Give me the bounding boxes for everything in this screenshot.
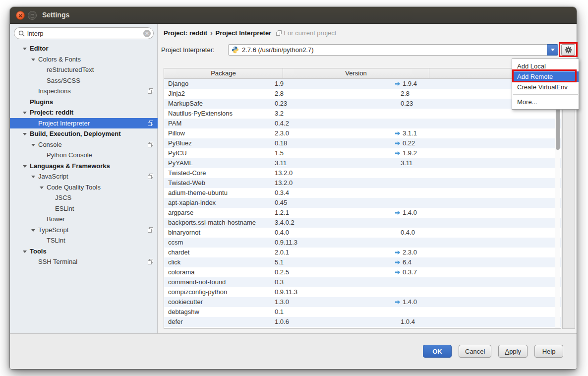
cell-latest: 0.3.7 (395, 267, 417, 277)
cell-latest: 3.1.1 (395, 128, 417, 138)
sidebar-item-build-execution-deployment[interactable]: Build, Execution, Deployment (10, 128, 158, 139)
sidebar-item-python-console[interactable]: Python Console (10, 150, 158, 161)
search-box[interactable]: ✕ (14, 27, 154, 39)
upgrade-arrow-icon (395, 260, 401, 265)
sidebar-item-project-reddit[interactable]: Project: reddit (10, 107, 158, 118)
cell-package: defer (168, 317, 183, 327)
cell-version: 2.0.1 (275, 248, 289, 257)
package-row-pyicu[interactable]: PyICU1.51.9.2 (164, 148, 561, 158)
sidebar-item-sass-scss[interactable]: Sass/SCSS (10, 75, 158, 86)
package-row-nautilus-pyextensions[interactable]: Nautilus-PyExtensions3.2 (164, 109, 561, 119)
sidebar-item-plugins[interactable]: Plugins (10, 97, 158, 108)
cell-version: 0.4.2 (275, 119, 289, 128)
cell-version: 3.4.0.2 (275, 218, 294, 228)
package-row-colorama[interactable]: colorama0.2.50.3.7 (164, 267, 561, 277)
cell-package: cookiecutter (168, 297, 203, 307)
cell-latest: 13.08 (395, 327, 417, 329)
package-row-argparse[interactable]: argparse1.2.11.4.0 (164, 208, 561, 218)
sidebar-item-restructuredtext[interactable]: reStructuredText (10, 64, 158, 75)
sidebar-item-code-quality-tools[interactable]: Code Quality Tools (10, 182, 158, 193)
sidebar-item-languages-frameworks[interactable]: Languages & Frameworks (10, 161, 158, 172)
sidebar-item-console[interactable]: Console (10, 139, 158, 150)
apply-button[interactable]: Apply (498, 345, 528, 358)
breadcrumb-separator: › (210, 29, 212, 37)
package-row-apt-xapian-index[interactable]: apt-xapian-index0.45 (164, 198, 561, 208)
settings-window: × Settings ✕ EditorColors & FontsreStruc… (10, 7, 577, 369)
sidebar-item-bower[interactable]: Bower (10, 214, 158, 225)
maximize-button[interactable] (28, 11, 37, 20)
upgrade-arrow-icon (395, 151, 401, 156)
cell-package: adium-theme-ubuntu (168, 188, 228, 198)
menu-separator (513, 94, 578, 95)
sidebar-item-jscs[interactable]: JSCS (10, 192, 158, 203)
sidebar-item-ssh-terminal[interactable]: SSH Terminal (10, 256, 158, 267)
package-row-command-not-found[interactable]: command-not-found0.3 (164, 277, 561, 287)
menu-item-more[interactable]: More... (512, 97, 579, 107)
interpreter-value: 2.7.6 (/usr/bin/python2.7) (242, 46, 314, 54)
package-row-pyyaml[interactable]: PyYAML3.113.11 (164, 158, 561, 168)
package-row-twisted-web[interactable]: Twisted-Web13.2.0 (164, 178, 561, 188)
package-row-django[interactable]: Django1.91.9.4 (164, 79, 561, 89)
package-row-compizconfig-python[interactable]: compizconfig-python0.9.11.3 (164, 287, 561, 297)
combo-dropdown-arrow[interactable] (547, 44, 558, 56)
package-row-cookiecutter[interactable]: cookiecutter1.3.01.4.0 (164, 297, 561, 307)
project-scope-icon (148, 259, 153, 264)
search-input[interactable] (27, 30, 140, 37)
sidebar-item-editor[interactable]: Editor (10, 43, 158, 54)
cell-package: apt-xapian-index (168, 198, 216, 208)
package-row-adium-theme-ubuntu[interactable]: adium-theme-ubuntu0.3.4 (164, 188, 561, 198)
cell-package: Twisted-Web (168, 178, 205, 188)
table-scrollbar[interactable] (555, 79, 560, 329)
close-button[interactable]: × (16, 11, 25, 20)
sidebar-item-tools[interactable]: Tools (10, 246, 158, 257)
ok-button[interactable]: OK (423, 345, 452, 358)
cell-version: 13.2.0 (275, 178, 293, 188)
cell-package: Jinja2 (168, 89, 185, 99)
table-body: Django1.91.9.4Jinja22.82.8MarkupSafe0.23… (164, 79, 561, 329)
cell-package: binaryornot (168, 228, 200, 238)
gear-icon (565, 46, 572, 54)
project-scope-icon (148, 174, 153, 179)
package-row-debtagshw[interactable]: debtagshw0.1 (164, 307, 561, 317)
package-row-markupsafe[interactable]: MarkupSafe0.230.23 (164, 99, 561, 109)
cell-package: PyBluez (168, 138, 192, 148)
package-row-pybluez[interactable]: PyBluez0.180.22 (164, 138, 561, 148)
cell-version: 0.23 (275, 99, 287, 109)
package-row-click[interactable]: click5.16.4 (164, 257, 561, 267)
clear-search-icon[interactable]: ✕ (143, 30, 151, 37)
package-row-binaryornot[interactable]: binaryornot0.4.00.4.0 (164, 228, 561, 238)
cancel-button[interactable]: Cancel (459, 345, 491, 358)
package-row-pam[interactable]: PAM0.4.2 (164, 119, 561, 128)
menu-item-create-virtualenv[interactable]: Create VirtualEnv (512, 82, 579, 92)
interpreter-combobox[interactable]: 2.7.6 (/usr/bin/python2.7) (228, 44, 558, 56)
package-row-chardet[interactable]: chardet2.0.12.3.0 (164, 248, 561, 257)
help-button[interactable]: Help (534, 345, 563, 358)
cell-version: 1.9 (275, 79, 284, 89)
gear-button[interactable] (561, 44, 575, 56)
sidebar-item-typescript[interactable]: TypeScript (10, 225, 158, 236)
package-row-defer[interactable]: defer1.0.61.0.4 (164, 317, 561, 327)
sidebar-item-inspections[interactable]: Inspections (10, 86, 158, 97)
cell-version: 3.11 (275, 158, 287, 168)
package-row-ccsm[interactable]: ccsm0.9.11.3 (164, 238, 561, 248)
project-scope-icon (148, 142, 153, 147)
sidebar-item-eslint[interactable]: ESLint (10, 203, 158, 214)
menu-item-add-remote[interactable]: Add Remote (512, 71, 579, 82)
cell-package: compizconfig-python (168, 287, 227, 297)
column-header-version[interactable]: Version (283, 68, 429, 79)
package-row-pillow[interactable]: Pillow2.3.03.1.1 (164, 128, 561, 138)
package-row-twisted-core[interactable]: Twisted-Core13.2.0 (164, 168, 561, 178)
sidebar-item-colors-fonts[interactable]: Colors & Fonts (10, 54, 158, 65)
sidebar: ✕ EditorColors & FontsreStructuredTextSa… (10, 24, 158, 333)
cell-version: 1.5 (275, 148, 284, 158)
menu-item-add-local[interactable]: Add Local (512, 61, 579, 71)
sidebar-item-project-interpreter[interactable]: Project Interpreter (10, 118, 158, 129)
package-row-jinja2[interactable]: Jinja22.82.8 (164, 89, 561, 99)
sidebar-item-javascript[interactable]: JavaScript (10, 171, 158, 182)
cell-package: argparse (168, 208, 193, 218)
column-header-package[interactable]: Package (164, 68, 283, 79)
sidebar-item-tslint[interactable]: TSLint (10, 235, 158, 246)
package-row-backports-ssl-match-hostname[interactable]: backports.ssl-match-hostname3.4.0.2 (164, 218, 561, 228)
search-icon (18, 30, 25, 37)
package-row-dirspec[interactable]: dirspec13.1013.08 (164, 327, 561, 329)
